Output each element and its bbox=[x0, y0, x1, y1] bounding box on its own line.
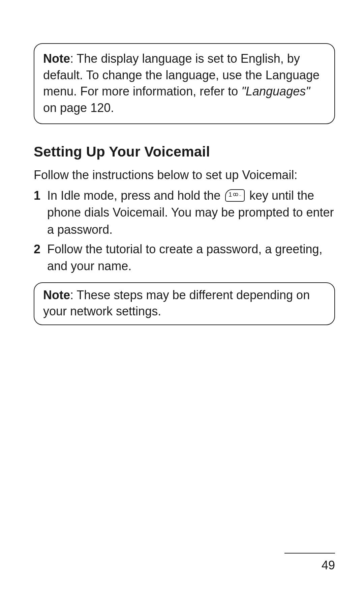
section-heading: Setting Up Your Voicemail bbox=[34, 144, 335, 160]
step-body: Follow the tutorial to create a password… bbox=[47, 241, 335, 275]
step-number: 1 bbox=[34, 187, 47, 238]
note-label: Note bbox=[43, 52, 70, 65]
note-text-part2: on page 120. bbox=[43, 101, 114, 115]
document-page: Note: The display language is set to Eng… bbox=[0, 0, 364, 594]
page-footer: 49 bbox=[284, 553, 335, 572]
step-item: 2 Follow the tutorial to create a passwo… bbox=[34, 241, 335, 275]
step-text: Follow the tutorial to create a password… bbox=[47, 242, 322, 273]
step-list: 1 In Idle mode, press and hold the 1ꝏ¨ k… bbox=[34, 187, 335, 275]
note-text: : These steps may be different depending… bbox=[43, 288, 310, 318]
note-box-language: Note: The display language is set to Eng… bbox=[34, 43, 335, 124]
note-reference-italic: "Languages" bbox=[241, 84, 310, 98]
step-text-pre: In Idle mode, press and hold the bbox=[47, 189, 224, 202]
footer-rule bbox=[284, 553, 335, 554]
note-box-network: Note: These steps may be different depen… bbox=[34, 282, 335, 325]
note-label: Note bbox=[43, 288, 70, 302]
voicemail-key-icon: 1ꝏ¨ bbox=[225, 189, 245, 202]
page-number: 49 bbox=[284, 558, 335, 572]
step-item: 1 In Idle mode, press and hold the 1ꝏ¨ k… bbox=[34, 187, 335, 238]
section-intro: Follow the instructions below to set up … bbox=[34, 167, 335, 183]
step-body: In Idle mode, press and hold the 1ꝏ¨ key… bbox=[47, 187, 335, 238]
step-number: 2 bbox=[34, 241, 47, 275]
